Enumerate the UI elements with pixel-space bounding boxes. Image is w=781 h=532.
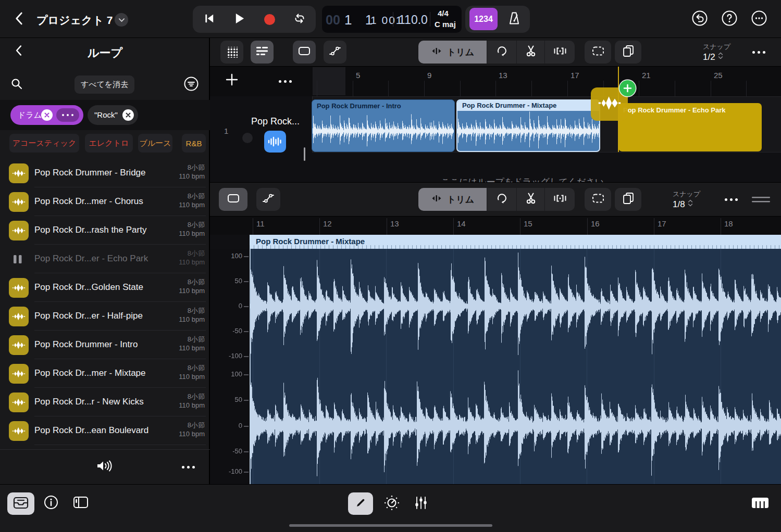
bar-number: 5 — [356, 71, 360, 80]
editor-bar-number: 13 — [390, 219, 399, 228]
play-button[interactable] — [229, 10, 249, 29]
remove-filter-icon[interactable] — [41, 109, 53, 123]
trim-tool-button[interactable]: トリム — [418, 41, 487, 64]
tracks-view-button[interactable] — [251, 41, 274, 64]
track-header[interactable]: 1 Pop Rock... — [210, 96, 313, 153]
genre-chip[interactable]: アコースティック — [9, 134, 79, 153]
region-left-edge[interactable] — [250, 235, 251, 484]
track-header-more-button[interactable] — [275, 75, 295, 87]
loop-bpm: 110 bpm — [179, 172, 205, 181]
knob-icon — [383, 495, 400, 513]
audio-track-icon[interactable] — [264, 131, 286, 153]
tracks-scrollbar[interactable] — [304, 147, 305, 161]
keyboard-button[interactable] — [751, 498, 770, 510]
lcd-divider2 — [430, 12, 430, 27]
loop-list-item[interactable]: Pop Rock Dr...er - Echo Park8小節110 bpm — [0, 245, 210, 273]
ruler-tick — [654, 218, 654, 235]
filter-chip-more-button[interactable] — [56, 108, 79, 122]
loop-bars: 8小節 — [179, 163, 205, 172]
tracks-list-icon — [256, 46, 268, 58]
project-menu-button[interactable] — [115, 13, 128, 27]
metronome-button[interactable] — [503, 10, 526, 29]
editor-region-button[interactable] — [219, 188, 247, 211]
drop-hint: ここにはループをドラッグしてください — [408, 176, 637, 182]
add-track-button[interactable] — [222, 71, 241, 90]
region-intro[interactable]: Pop Rock Drummer - Intro — [312, 99, 455, 152]
copy-icon — [623, 45, 634, 59]
mixer-button[interactable] — [414, 496, 428, 512]
genre-chip[interactable]: エレクトロ — [85, 134, 133, 153]
back-button[interactable] — [11, 11, 26, 27]
remove-filter-icon[interactable] — [122, 109, 134, 123]
help-button[interactable] — [721, 11, 737, 27]
loop-list-item[interactable]: Pop Rock Drummer - Intro8小節110 bpm — [0, 331, 210, 359]
marquee-tool-button[interactable] — [585, 41, 611, 64]
pencil-tool-button[interactable] — [348, 492, 373, 515]
record-enable-dot[interactable] — [242, 133, 253, 143]
loop-list-item[interactable]: Pop Rock Dr...r - New Kicks8小節110 bpm — [0, 388, 210, 416]
filter-chip-drums[interactable]: ドラム — [10, 105, 83, 125]
info-button[interactable] — [44, 496, 58, 511]
region-mixtape[interactable]: Pop Rock Drummer - Mixtape — [456, 99, 600, 152]
axis-tick — [244, 256, 249, 257]
count-in-button[interactable]: 1234 — [469, 8, 498, 30]
editor-trim-tool-button[interactable]: トリム — [418, 188, 487, 211]
ellipsis-icon — [182, 466, 195, 468]
settings-knob-button[interactable] — [383, 496, 400, 512]
editor-region-header[interactable]: Pop Rock Drummer - Mixtape — [250, 235, 781, 249]
automation-button[interactable] — [324, 41, 346, 64]
loop-list-item[interactable]: Pop Rock Dr...ean Boulevard8小節110 bpm — [0, 416, 210, 445]
browser-button[interactable] — [7, 492, 34, 515]
cycle-icon — [293, 12, 306, 27]
search-button[interactable] — [9, 78, 24, 92]
gain-tool-button[interactable] — [545, 41, 575, 64]
loop-bpm: 110 bpm — [179, 401, 205, 410]
editor-marquee-tool-button[interactable] — [585, 188, 611, 211]
preview-volume-button[interactable] — [94, 459, 115, 475]
editor-bar-number: 18 — [724, 219, 733, 228]
cycle-button[interactable] — [290, 10, 309, 29]
loop-list-item[interactable]: Pop Rock Dr...rash the Party8小節110 bpm — [0, 216, 210, 245]
loop-list-item[interactable]: Pop Rock Dr...Golden State8小節110 bpm — [0, 273, 210, 302]
rewind-button[interactable] — [199, 10, 219, 29]
lcd-key: C maj — [435, 20, 456, 29]
editor-resize-handle[interactable] — [752, 196, 770, 202]
genre-chip[interactable]: ブルース — [138, 134, 172, 153]
loop-list-item[interactable]: Pop Rock Dr...mer - Mixtape8小節110 bpm — [0, 359, 210, 388]
inspector-button[interactable] — [73, 497, 89, 510]
grid-view-button[interactable] — [220, 41, 243, 64]
tracks-more-button[interactable] — [748, 45, 769, 59]
editor-split-tool-button[interactable] — [517, 188, 544, 211]
loop-list-item[interactable]: Pop Rock Drummer - Bridge8小節110 bpm — [0, 159, 210, 187]
chevron-updown-icon — [718, 52, 723, 62]
split-tool-button[interactable] — [517, 41, 544, 64]
axis-tick — [244, 281, 249, 282]
editor-gain-tool-button[interactable] — [545, 188, 575, 211]
loop-list-item[interactable]: Pop Rock Dr...er - Half-pipe8小節110 bpm — [0, 302, 210, 331]
lcd-display[interactable]: 00 1 1 1 001 110.0 4/4 C maj — [322, 6, 462, 33]
axis-tick — [244, 400, 249, 401]
region-echo-park[interactable]: Pop Rock Drummer - Echo Park — [618, 103, 762, 151]
loop-waveform-icon — [9, 163, 29, 183]
loop-tool-button[interactable] — [487, 41, 516, 64]
filter-chip-rock[interactable]: "Rock" — [88, 105, 138, 125]
region-display-button[interactable] — [293, 41, 316, 64]
loop-name: Pop Rock Dr...er - Echo Park — [34, 254, 148, 264]
editor-copy-button[interactable] — [615, 188, 641, 211]
genre-chip[interactable]: R&B — [182, 134, 206, 153]
copy-button[interactable] — [615, 41, 641, 64]
more-button[interactable] — [751, 11, 767, 27]
editor-loop-tool-button[interactable] — [487, 188, 516, 211]
undo-button[interactable] — [691, 11, 708, 27]
filter-button[interactable] — [183, 77, 199, 93]
editor-automation-button[interactable] — [256, 188, 280, 211]
loop-list-item[interactable]: Pop Rock Dr...mer - Chorus8小節110 bpm — [0, 187, 210, 216]
editor-more-button[interactable] — [721, 192, 741, 207]
home-indicator[interactable] — [289, 524, 492, 527]
sidebar-more-button[interactable] — [178, 460, 198, 474]
record-button[interactable] — [259, 10, 279, 29]
editor-ruler[interactable] — [210, 217, 781, 235]
loop-waveform-icon — [9, 392, 29, 412]
clear-all-button[interactable]: すべてを消去 — [75, 75, 134, 94]
axis-label: 0 — [210, 302, 242, 310]
